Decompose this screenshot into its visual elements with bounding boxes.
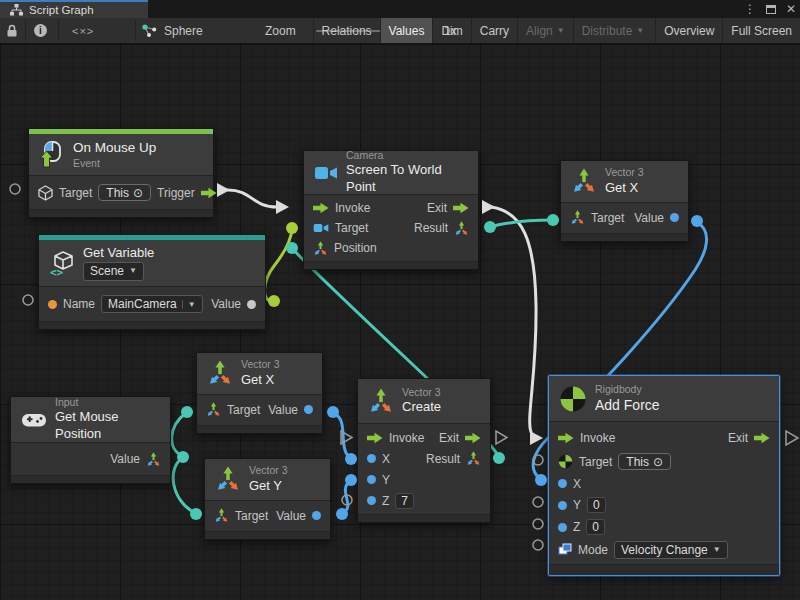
node-get-x-top[interactable]: Vector 3 Get X Target Value (560, 160, 689, 242)
target-label: Target (227, 403, 260, 417)
invoke-port-icon[interactable] (313, 202, 329, 214)
z-value-field[interactable]: 7 (395, 493, 414, 509)
node-add-force[interactable]: Rigidbody Add Force Invoke Exit Target T… (548, 375, 780, 576)
name-port[interactable] (48, 300, 57, 309)
exit-port-icon[interactable] (754, 432, 770, 444)
enum-mode-icon[interactable] (558, 543, 572, 556)
y-label: Y (382, 473, 390, 487)
target-label: Target (579, 455, 612, 469)
result-label: Result (414, 221, 448, 235)
node-title: Add Force (595, 396, 660, 414)
exit-label: Exit (728, 431, 748, 445)
node-category: Input (55, 396, 160, 410)
target-picker-icon: ⊙ (133, 186, 143, 200)
variable-name-dropdown[interactable]: MainCamera▼ (101, 295, 203, 313)
node-title: Screen To World Point (346, 162, 468, 196)
window-menu-icon[interactable]: ⋮ (744, 0, 756, 18)
vector3-port-icon[interactable] (570, 210, 585, 225)
lock-button[interactable] (6, 18, 18, 43)
x-port[interactable] (558, 479, 567, 488)
y-value-field[interactable]: 0 (587, 497, 606, 513)
zoom-label: Zoom (265, 24, 296, 38)
z-port[interactable] (558, 523, 567, 532)
exit-label: Exit (439, 431, 459, 445)
y-port[interactable] (558, 501, 567, 510)
carry-button[interactable]: Carry (471, 18, 517, 43)
z-value-field[interactable]: 0 (586, 519, 605, 535)
x-label: X (573, 477, 581, 491)
vector3-port-icon[interactable] (206, 402, 221, 417)
mode-label: Mode (578, 543, 608, 557)
z-port[interactable] (367, 496, 376, 505)
tab-script-graph[interactable]: Script Graph (0, 0, 148, 18)
invoke-port-icon[interactable] (367, 432, 383, 444)
maximize-icon[interactable] (766, 5, 776, 14)
full-screen-button[interactable]: Full Screen (722, 18, 800, 43)
exit-port-icon[interactable] (465, 432, 481, 444)
info-icon: i (34, 24, 47, 37)
node-category: Vector 3 (402, 386, 441, 400)
node-create-vector3[interactable]: Vector 3 Create Invoke Exit X Result (357, 378, 491, 523)
invoke-label: Invoke (580, 431, 615, 445)
value-connection-icon: <×> (72, 25, 94, 37)
value-port[interactable] (304, 405, 313, 414)
vector3-icon (368, 388, 394, 414)
node-title: Get Variable (83, 245, 154, 262)
align-dropdown[interactable]: Align▼ (517, 18, 573, 43)
result-label: Result (426, 452, 460, 466)
rigidbody-icon (559, 385, 587, 413)
dim-button[interactable]: Dim (432, 18, 470, 43)
node-title: Get Mouse Position (55, 409, 160, 443)
node-get-y[interactable]: Vector 3 Get Y Target Value (204, 458, 331, 540)
vector3-port-icon[interactable] (146, 452, 161, 467)
node-get-x-mid[interactable]: Vector 3 Get X Target Value (196, 352, 323, 434)
exit-port-icon[interactable] (453, 202, 469, 214)
flow-arrow-icon[interactable] (201, 187, 217, 199)
node-category: Camera (346, 149, 468, 163)
connection-values-toggle[interactable]: <×> (72, 18, 94, 43)
vector3-port-icon[interactable] (454, 221, 469, 236)
distribute-dropdown[interactable]: Distribute▼ (573, 18, 653, 43)
camera-port-icon[interactable] (313, 222, 329, 234)
invoke-label: Invoke (389, 431, 424, 445)
value-port[interactable] (312, 511, 321, 520)
x-label: X (382, 452, 390, 466)
value-port[interactable] (670, 213, 679, 222)
node-category: Vector 3 (249, 464, 288, 478)
chevron-down-icon: ▼ (713, 545, 721, 554)
invoke-port-icon[interactable] (558, 432, 574, 444)
vector3-icon (571, 168, 597, 194)
target-this-button[interactable]: This⊙ (98, 184, 151, 201)
overview-button[interactable]: Overview (655, 18, 722, 43)
z-label: Z (382, 494, 389, 508)
node-title: Get X (605, 180, 644, 197)
mode-dropdown[interactable]: Velocity Change▼ (614, 541, 728, 559)
values-button[interactable]: Values (380, 18, 433, 43)
trigger-port-label: Trigger (157, 186, 195, 200)
variable-icon: <> (49, 250, 75, 277)
variable-scope-dropdown[interactable]: Scene▼ (83, 262, 144, 282)
graph-network-icon (142, 24, 157, 38)
rigidbody-port-icon[interactable] (558, 454, 573, 469)
chevron-down-icon: ▼ (182, 300, 196, 309)
y-port[interactable] (367, 475, 376, 484)
node-screen-to-world-point[interactable]: Camera Screen To World Point Invoke Exit… (303, 150, 479, 270)
target-this-button[interactable]: This⊙ (618, 453, 671, 470)
node-on-mouse-up[interactable]: On Mouse Up Event Target This⊙ Trigger (28, 128, 214, 218)
graph-breadcrumb[interactable]: Sphere (142, 18, 203, 43)
close-icon[interactable]: ✕ (786, 0, 796, 18)
vector3-port-icon[interactable] (466, 451, 481, 466)
target-label: Target (235, 509, 268, 523)
info-button[interactable]: i (34, 18, 47, 43)
value-port[interactable] (247, 300, 256, 309)
exit-label: Exit (427, 201, 447, 215)
graph-name: Sphere (164, 24, 203, 38)
vector3-port-icon[interactable] (313, 241, 328, 256)
x-port[interactable] (367, 454, 376, 463)
node-title: Create (402, 399, 441, 416)
relations-button[interactable]: Relations (313, 18, 380, 43)
vector3-port-icon[interactable] (214, 508, 229, 523)
node-get-mouse-position[interactable]: Input Get Mouse Position Value (10, 396, 171, 484)
node-get-variable[interactable]: <> Get Variable Scene▼ Name MainCamera▼ … (38, 234, 266, 330)
name-port-label: Name (63, 297, 95, 311)
